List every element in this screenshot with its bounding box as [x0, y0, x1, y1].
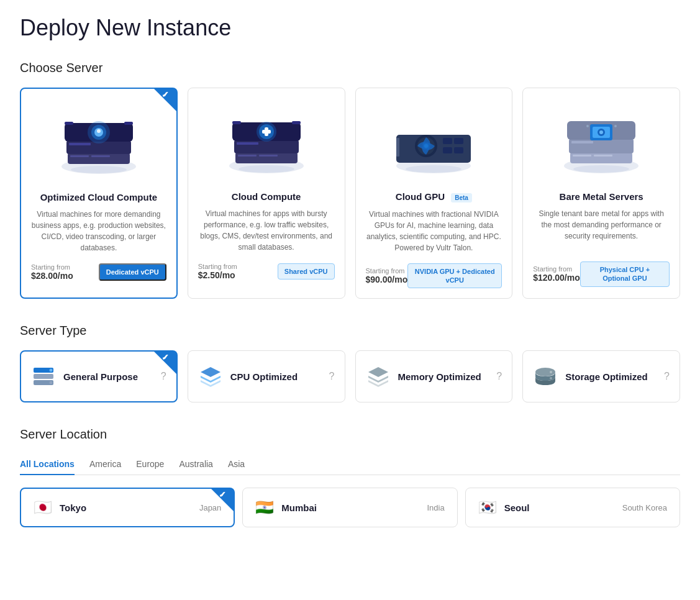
type-cpu-optimized[interactable]: CPU Optimized ? — [188, 350, 345, 402]
server-card-cloud-gpu[interactable]: Cloud GPU Beta Virtual machines with fra… — [355, 88, 513, 299]
card-name-bare-metal: Bare Metal Servers — [533, 191, 670, 202]
location-seoul[interactable]: 🇰🇷 Seoul South Korea — [465, 488, 680, 527]
cloud-compute-illustration — [223, 104, 310, 178]
checkmark-icon-loc: ✓ — [220, 490, 226, 499]
svg-point-49 — [599, 130, 603, 134]
svg-rect-41 — [573, 155, 591, 157]
price-section-2: Starting from $90.00/mo — [366, 267, 408, 284]
type-cpu-optimized-label: CPU Optimized — [230, 371, 322, 382]
svg-point-65 — [535, 368, 555, 376]
mumbai-flag-icon: 🇮🇳 — [255, 499, 274, 516]
card-desc-cloud-gpu: Virtual machines with fractional NVIDIA … — [366, 209, 502, 253]
tokyo-flag-icon: 🇯🇵 — [34, 499, 52, 516]
price-1: $2.50/mo — [198, 270, 237, 280]
optimized-cloud-illustration — [55, 104, 142, 179]
svg-point-27 — [239, 165, 294, 173]
starting-from-0: Starting from — [31, 263, 73, 271]
tab-australia[interactable]: Australia — [179, 454, 212, 475]
server-card-bare-metal[interactable]: Bare Metal Servers Single tenant bare me… — [522, 88, 680, 299]
svg-point-52 — [573, 165, 629, 173]
svg-rect-3 — [91, 155, 110, 157]
general-purpose-icon — [31, 364, 56, 389]
svg-point-58 — [50, 381, 53, 384]
svg-rect-37 — [396, 138, 399, 157]
location-selected-checkmark: ✓ — [211, 489, 234, 511]
svg-rect-24 — [262, 130, 271, 134]
svg-point-67 — [550, 377, 552, 380]
storage-optimized-icon — [533, 364, 558, 389]
server-card-cloud-compute[interactable]: Cloud Compute Virtual machines for apps … — [188, 88, 345, 299]
physical-cpu-badge[interactable]: Physical CPU + Optional GPU — [580, 261, 670, 287]
seoul-flag-icon: 🇰🇷 — [478, 499, 497, 516]
beta-badge: Beta — [451, 193, 472, 202]
mumbai-country: India — [427, 503, 444, 512]
type-memory-optimized[interactable]: Memory Optimized ? — [355, 350, 513, 402]
tab-europe[interactable]: Europe — [136, 454, 164, 475]
page-title: Deploy New Instance — [20, 15, 680, 41]
tab-all-locations[interactable]: All Locations — [20, 454, 75, 475]
tab-america[interactable]: America — [89, 454, 121, 475]
svg-point-51 — [614, 125, 617, 127]
checkmark-icon-type: ✓ — [163, 353, 169, 361]
dedicated-vcpu-badge[interactable]: Dedicated vCPU — [99, 263, 166, 281]
card-name-optimized: Optimized Cloud Compute — [31, 192, 166, 202]
shared-vcpu-badge[interactable]: Shared vCPU — [278, 263, 335, 280]
svg-rect-35 — [454, 138, 463, 144]
svg-point-10 — [97, 129, 101, 133]
svg-rect-17 — [259, 155, 278, 157]
svg-rect-33 — [443, 138, 452, 144]
server-types-grid: ✓ General Purpose ? CPU Optimized — [20, 350, 680, 402]
svg-rect-15 — [235, 152, 298, 163]
starting-from-1: Starting from — [198, 263, 237, 270]
price-section-3: Starting from $120.00/mo — [533, 265, 580, 283]
svg-rect-2 — [70, 155, 89, 157]
svg-rect-11 — [65, 122, 73, 125]
type-storage-optimized-label: Storage Optimized — [565, 371, 657, 382]
card-image-cloud-compute — [198, 101, 335, 181]
price-section: Starting from $28.00/mo — [31, 263, 73, 281]
svg-rect-5 — [69, 143, 91, 145]
svg-rect-36 — [454, 147, 463, 153]
memory-optimized-help-icon[interactable]: ? — [496, 371, 502, 382]
location-tokyo[interactable]: ✓ 🇯🇵 Tokyo Japan — [20, 488, 235, 527]
svg-point-38 — [406, 165, 461, 173]
svg-rect-43 — [569, 139, 634, 153]
choose-server-section: Choose Server ✓ — [20, 61, 680, 299]
svg-rect-40 — [570, 152, 632, 163]
card-desc-cloud-compute: Virtual machines for apps with bursty pe… — [198, 208, 335, 253]
card-footer-bare-metal: Starting from $120.00/mo Physical CPU + … — [533, 261, 670, 287]
location-grid: ✓ 🇯🇵 Tokyo Japan 🇮🇳 Mumbai India 🇰🇷 Seou… — [20, 488, 680, 527]
card-image-optimized — [31, 101, 166, 182]
svg-rect-25 — [232, 121, 241, 124]
card-desc-bare-metal: Single tenant bare metal for apps with t… — [533, 208, 670, 252]
card-name-cloud-compute: Cloud Compute — [198, 191, 335, 202]
svg-point-50 — [586, 125, 589, 127]
cloud-gpu-illustration — [390, 104, 477, 178]
storage-optimized-help-icon[interactable]: ? — [664, 371, 670, 382]
server-cards-grid: ✓ — [20, 88, 680, 299]
nvidia-gpu-badge[interactable]: NVIDIA GPU + Dedicated vCPU — [407, 263, 502, 289]
server-type-section: Server Type ✓ General Purpose ? — [20, 324, 680, 402]
type-general-purpose[interactable]: ✓ General Purpose ? — [20, 350, 178, 402]
type-storage-optimized[interactable]: Storage Optimized ? — [522, 350, 680, 402]
svg-rect-1 — [68, 153, 130, 164]
svg-point-57 — [50, 375, 53, 378]
type-memory-optimized-label: Memory Optimized — [398, 371, 489, 382]
server-location-section: Server Location All Locations America Eu… — [20, 427, 680, 527]
price-0: $28.00/mo — [31, 271, 73, 281]
checkmark-icon: ✓ — [163, 90, 169, 99]
starting-from-3: Starting from — [533, 265, 580, 273]
memory-optimized-icon — [366, 364, 391, 389]
card-name-cloud-gpu: Cloud GPU Beta — [366, 191, 502, 202]
svg-rect-34 — [443, 147, 452, 153]
seoul-country: South Korea — [622, 503, 667, 512]
svg-rect-12 — [124, 122, 133, 125]
server-location-title: Server Location — [20, 427, 680, 442]
bare-metal-illustration — [558, 104, 645, 178]
location-mumbai[interactable]: 🇮🇳 Mumbai India — [242, 488, 457, 527]
server-card-optimized[interactable]: ✓ — [20, 88, 178, 299]
tab-asia[interactable]: Asia — [228, 454, 245, 475]
card-footer-optimized: Starting from $28.00/mo Dedicated vCPU — [31, 263, 166, 281]
server-type-title: Server Type — [20, 324, 680, 338]
cpu-optimized-help-icon[interactable]: ? — [329, 371, 335, 382]
